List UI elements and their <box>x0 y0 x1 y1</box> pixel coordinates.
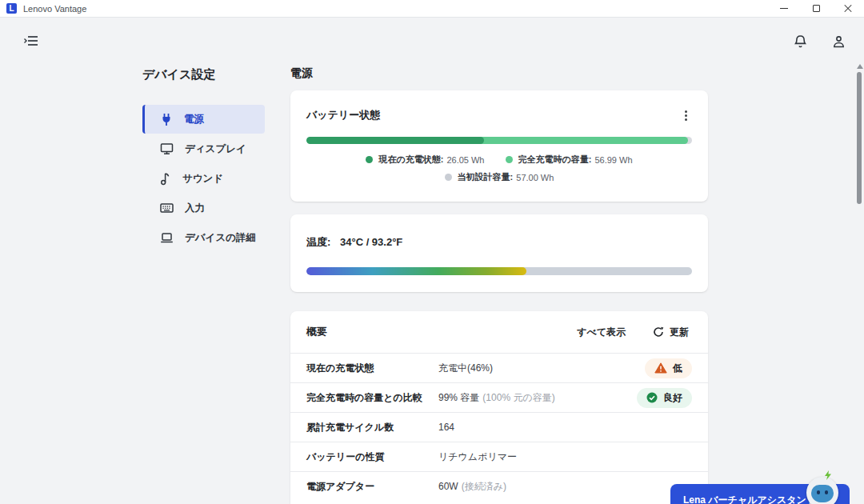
sound-icon <box>160 172 171 186</box>
sidebar-item-power[interactable]: 電源 <box>142 105 265 134</box>
sidebar-item-label: ディスプレイ <box>185 142 246 156</box>
temperature-card: 温度: 34°C / 93.2°F <box>290 214 708 292</box>
sidebar-item-sound[interactable]: サウンド <box>142 164 265 193</box>
overview-card-title: 概要 <box>306 325 327 339</box>
refresh-button[interactable]: 更新 <box>653 326 689 339</box>
title-bar: L Lenovo Vantage <box>0 0 864 18</box>
window-title: Lenovo Vantage <box>23 4 86 14</box>
status-badge-low: 低 <box>645 358 692 378</box>
minimize-icon <box>780 8 788 9</box>
scrollbar-thumb[interactable] <box>857 72 862 204</box>
sidebar-item-label: 入力 <box>185 202 205 215</box>
temperature-value: 34°C / 93.2°F <box>340 236 402 248</box>
sidebar-heading: デバイス設定 <box>142 67 265 82</box>
menu-expand-icon <box>24 34 38 47</box>
sidebar-item-label: サウンド <box>182 172 223 186</box>
show-all-button[interactable]: すべて表示 <box>577 326 626 339</box>
robot-avatar <box>806 477 838 504</box>
battery-bar-current-charge <box>306 137 484 144</box>
plug-icon <box>160 113 173 126</box>
table-row-power-adapter: 電源アダプター 60W (接続済み) <box>290 471 708 501</box>
legend-dot-current <box>366 156 373 163</box>
maximize-icon <box>813 5 820 12</box>
display-icon <box>160 142 174 155</box>
keyboard-icon <box>160 202 174 214</box>
laptop-icon <box>160 232 174 244</box>
table-row-cycle-count: 累計充電サイクル数 164 <box>290 412 708 442</box>
check-circle-icon <box>646 392 658 403</box>
battery-status-card: バッテリー状態 現在の充電状態: 26.05 Wh 完全充電時の容量: 56.9… <box>290 90 708 202</box>
temperature-bar-fill <box>306 267 526 275</box>
scrollbar[interactable] <box>856 64 862 504</box>
virtual-assistant-button[interactable]: Lena バーチャルアシスタント <box>670 484 850 504</box>
legend-dot-design <box>445 174 452 181</box>
sidebar-item-input[interactable]: 入力 <box>142 194 265 222</box>
status-badge-good: 良好 <box>637 388 692 408</box>
bell-icon <box>794 34 807 49</box>
legend-current-charge: 現在の充電状態: 26.05 Wh <box>366 154 484 166</box>
legend-full-capacity: 完全充電時の容量: 56.99 Wh <box>506 154 633 166</box>
legend-dot-full <box>506 156 513 163</box>
sidebar-item-label: デバイスの詳細 <box>185 231 256 245</box>
kebab-menu-icon[interactable] <box>683 109 689 122</box>
page-title: 電源 <box>290 66 313 81</box>
scrollbar-up-arrow[interactable] <box>857 64 863 69</box>
refresh-icon <box>653 326 664 338</box>
maximize-button[interactable] <box>800 0 832 17</box>
sidebar-item-label: 電源 <box>184 113 204 126</box>
sidebar: デバイス設定 電源 ディスプレイ サウンド <box>142 67 265 253</box>
lenovo-logo: L <box>6 3 17 14</box>
minimize-button[interactable] <box>768 0 800 17</box>
menu-toggle-button[interactable] <box>24 34 38 50</box>
legend-design-capacity: 当初設計容量: 57.00 Wh <box>445 171 554 183</box>
robot-head-icon <box>806 477 838 504</box>
close-button[interactable] <box>832 0 864 17</box>
table-row-current-charge: 現在の充電状態 充電中(46%) 低 <box>290 353 708 382</box>
warning-icon <box>654 362 667 374</box>
sidebar-item-device-details[interactable]: デバイスの詳細 <box>142 223 265 252</box>
lightning-icon <box>824 470 832 480</box>
close-icon <box>844 5 852 13</box>
temperature-label: 温度: <box>306 236 330 248</box>
battery-card-title: バッテリー状態 <box>306 108 380 122</box>
temperature-bar <box>306 267 692 275</box>
user-icon <box>832 34 846 49</box>
sidebar-item-display[interactable]: ディスプレイ <box>142 134 265 163</box>
table-row-capacity-comparison: 完全充電時の容量との比較 99% 容量 (100% 元の容量) 良好 <box>290 382 708 412</box>
account-button[interactable] <box>832 34 846 52</box>
notifications-button[interactable] <box>794 34 807 52</box>
overview-card: 概要 すべて表示 更新 現在の充電状態 充電中(46%) 低 <box>290 311 708 504</box>
virtual-assistant-label: Lena バーチャルアシスタント <box>683 494 816 504</box>
battery-bar <box>306 137 692 144</box>
table-row-battery-type: バッテリーの性質 リチウムポリマー <box>290 442 708 471</box>
